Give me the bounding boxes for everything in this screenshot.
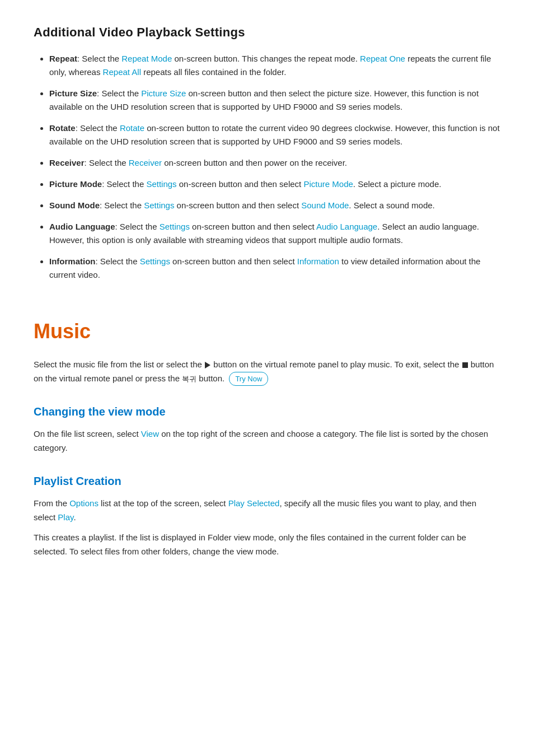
item-label: Receiver: [49, 158, 85, 167]
settings-link-1: Settings: [146, 179, 176, 189]
repeat-one-link: Repeat One: [360, 54, 405, 63]
view-link: View: [141, 429, 159, 438]
music-section: Music Select the music file from the lis…: [34, 315, 500, 386]
item-text: on-screen button and then select: [174, 200, 301, 210]
item-text: on-screen button and then power on the r…: [162, 158, 347, 167]
play-icon: [205, 362, 210, 368]
rotate-link: Rotate: [120, 123, 144, 133]
play-selected-link: Play Selected: [228, 498, 280, 508]
options-link: Options: [69, 498, 99, 508]
music-body-text: Select the music file from the list or s…: [34, 358, 500, 386]
music-title: Music: [34, 315, 500, 348]
korean-button-label: 복귀: [182, 375, 196, 383]
list-item: Receiver: Select the Receiver on-screen …: [49, 156, 500, 170]
changing-view-title: Changing the view mode: [34, 403, 500, 421]
stop-icon: [462, 362, 468, 368]
item-text: : Select the: [115, 222, 160, 231]
item-text: on-screen button. This changes the repea…: [172, 54, 360, 63]
picture-size-link: Picture Size: [141, 88, 186, 98]
item-text: . Select a sound mode.: [349, 200, 434, 210]
item-text: : Select the: [102, 179, 146, 189]
additional-settings-section: Additional Video Playback Settings Repea…: [34, 22, 500, 282]
playlist-body-2: This creates a playlist. If the list is …: [34, 531, 500, 559]
item-label: Audio Language: [49, 222, 115, 231]
list-item: Information: Select the Settings on-scre…: [49, 255, 500, 282]
bullet-list: Repeat: Select the Repeat Mode on-screen…: [49, 52, 500, 282]
additional-settings-title: Additional Video Playback Settings: [34, 22, 500, 42]
try-now-badge[interactable]: Try Now: [229, 372, 268, 386]
list-item: Rotate: Select the Rotate on-screen butt…: [49, 122, 500, 148]
item-text: on-screen button and then select: [190, 222, 316, 231]
music-text-2: button on the virtual remote panel to pl…: [211, 360, 461, 369]
sound-mode-link: Sound Mode: [301, 200, 349, 210]
settings-link-4: Settings: [140, 256, 170, 266]
playlist-creation-section: Playlist Creation From the Options list …: [34, 472, 500, 559]
repeat-mode-link: Repeat Mode: [121, 54, 172, 63]
item-label: Information: [49, 256, 96, 266]
item-label: Picture Mode: [49, 179, 102, 189]
changing-text-1: On the file list screen, select: [34, 429, 141, 438]
list-item: Audio Language: Select the Settings on-s…: [49, 220, 500, 247]
list-item: Sound Mode: Select the Settings on-scree…: [49, 199, 500, 212]
picture-mode-link: Picture Mode: [303, 179, 353, 189]
playlist-body-1: From the Options list at the top of the …: [34, 497, 500, 525]
list-item: Picture Size: Select the Picture Size on…: [49, 87, 500, 114]
changing-view-body: On the file list screen, select View on …: [34, 427, 500, 455]
receiver-link: Receiver: [129, 158, 162, 167]
item-text: : Select the: [77, 54, 121, 63]
play-link: Play: [58, 512, 73, 522]
item-text: repeats all files contained in the folde…: [141, 67, 286, 77]
item-text: on-screen button and then select: [170, 256, 297, 266]
item-label: Repeat: [49, 54, 77, 63]
item-text: : Select the: [97, 88, 141, 98]
repeat-all-link: Repeat All: [103, 67, 141, 77]
information-link: Information: [297, 256, 339, 266]
playlist-text-2: list at the top of the screen, select: [99, 498, 228, 508]
item-label: Sound Mode: [49, 200, 100, 210]
item-label: Picture Size: [49, 88, 97, 98]
settings-link-3: Settings: [160, 222, 190, 231]
music-text-4: button.: [196, 374, 227, 383]
item-label: Rotate: [49, 123, 76, 133]
item-text: . Select a picture mode.: [353, 179, 442, 189]
audio-language-link: Audio Language: [316, 222, 377, 231]
playlist-text-1: From the: [34, 498, 69, 508]
item-text: : Select the: [76, 123, 120, 133]
playlist-title: Playlist Creation: [34, 472, 500, 490]
item-text: : Select the: [96, 256, 140, 266]
playlist-text-4: .: [73, 512, 76, 522]
list-item: Repeat: Select the Repeat Mode on-screen…: [49, 52, 500, 79]
settings-link-2: Settings: [144, 200, 174, 210]
item-text: : Select the: [100, 200, 144, 210]
music-text-1: Select the music file from the list or s…: [34, 360, 204, 369]
list-item: Picture Mode: Select the Settings on-scr…: [49, 178, 500, 191]
changing-view-mode-section: Changing the view mode On the file list …: [34, 403, 500, 455]
item-text: : Select the: [85, 158, 129, 167]
item-text: on-screen button and then select: [177, 179, 304, 189]
